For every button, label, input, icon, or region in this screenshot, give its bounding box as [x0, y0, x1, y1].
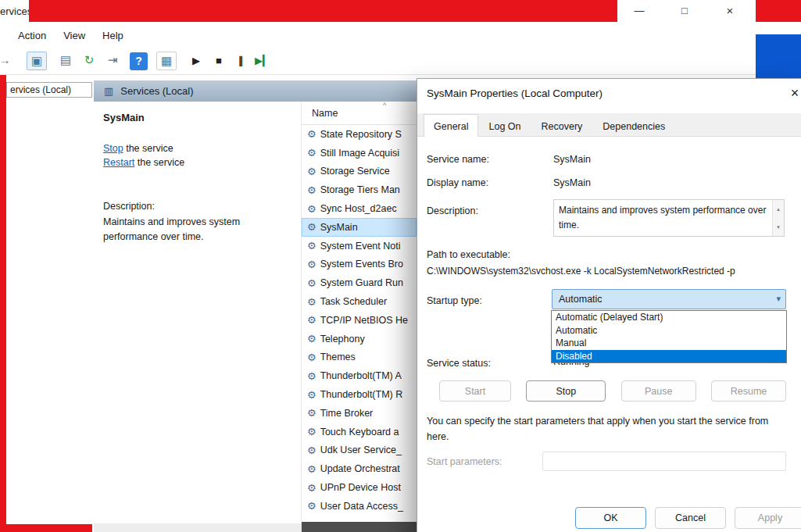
forward-arrow-icon[interactable]: →: [0, 53, 14, 66]
resume-button[interactable]: Resume: [711, 380, 786, 402]
services-list-panel: Name ^ ⚙ State Repository S ⚙ Still Imag…: [301, 102, 417, 532]
service-row[interactable]: ⚙ SysMain: [302, 218, 417, 237]
description-text: Maintains and improves system performanc…: [103, 215, 279, 245]
service-gear-icon: ⚙: [307, 203, 316, 215]
display-name-label: Display name:: [427, 177, 488, 188]
scroll-down-icon[interactable]: ▾: [773, 218, 784, 236]
start-parameters-label: Start parameters:: [427, 456, 502, 467]
horizontal-scrollbar[interactable]: [302, 522, 417, 532]
tab[interactable]: Recovery: [531, 117, 593, 136]
refresh-icon[interactable]: ↻: [80, 53, 98, 67]
service-row[interactable]: ⚙ Telephony: [302, 330, 417, 348]
service-gear-icon: ⚙: [307, 500, 316, 512]
service-status-label: Service status:: [427, 358, 491, 369]
service-row[interactable]: ⚙ Thunderbolt(TM) R: [302, 385, 417, 404]
restart-service-suffix: the service: [134, 157, 184, 168]
service-gear-icon: ⚙: [307, 296, 316, 308]
start-params-note: You can specify the start parameters tha…: [427, 413, 780, 445]
service-row[interactable]: ⚙ System Guard Run: [302, 273, 417, 292]
service-name: SysMain: [320, 222, 358, 233]
restart-service-link[interactable]: Restart: [103, 157, 134, 168]
service-gear-icon: ⚙: [307, 445, 316, 456]
service-row[interactable]: ⚙ Sync Host_d2aec: [302, 199, 417, 218]
service-gear-icon: ⚙: [307, 370, 316, 382]
cancel-button[interactable]: Cancel: [655, 507, 726, 529]
service-row[interactable]: ⚙ Still Image Acquisi: [302, 144, 417, 162]
start-parameters-input[interactable]: [542, 452, 786, 471]
dropdown-option[interactable]: Automatic (Delayed Start): [552, 311, 786, 324]
service-row[interactable]: ⚙ Thunderbolt(TM) A: [302, 366, 417, 385]
minimize-button[interactable]: —: [630, 2, 649, 20]
start-button[interactable]: Start: [439, 380, 511, 402]
menu-item[interactable]: Help: [94, 26, 132, 45]
service-row[interactable]: ⚙ Update Orchestrat: [302, 459, 417, 478]
service-row[interactable]: ⚙ TCP/IP NetBIOS He: [302, 311, 417, 330]
red-strip-left: [0, 75, 6, 532]
tab[interactable]: Log On: [478, 117, 531, 136]
service-row[interactable]: ⚙ Storage Tiers Man: [302, 180, 417, 199]
service-name: Storage Service: [320, 166, 390, 177]
description-box[interactable]: Maintains and improves system performanc…: [553, 199, 785, 237]
service-row[interactable]: ⚙ State Repository S: [302, 125, 417, 144]
service-name: TCP/IP NetBIOS He: [320, 315, 408, 326]
menu-item[interactable]: Action: [9, 26, 55, 45]
stop-service-link[interactable]: Stop: [103, 143, 123, 154]
service-name: System Event Noti: [320, 241, 401, 252]
service-row[interactable]: ⚙ System Event Noti: [302, 237, 417, 255]
service-row[interactable]: ⚙ Themes: [302, 348, 417, 367]
dropdown-option[interactable]: Disabled: [552, 350, 786, 363]
properties-icon[interactable]: ▤: [56, 53, 75, 67]
service-name: State Repository S: [320, 129, 402, 140]
console-tree-panel: ervices (Local): [6, 75, 94, 524]
close-button[interactable]: ×: [721, 2, 739, 20]
service-name: Udk User Service_: [320, 445, 402, 455]
stop-button[interactable]: Stop: [526, 380, 606, 402]
apply-button[interactable]: Apply: [735, 507, 801, 529]
extended-info-panel: SysMain Stop the service Restart the ser…: [94, 102, 301, 523]
dropdown-option[interactable]: Automatic: [552, 324, 786, 337]
service-row[interactable]: ⚙ System Events Bro: [302, 255, 417, 274]
menu-item[interactable]: View: [55, 26, 94, 45]
dialog-close-icon[interactable]: ×: [786, 84, 801, 102]
mid-header-label: Services (Local): [120, 85, 193, 97]
service-row[interactable]: ⚙ User Data Access_: [302, 497, 417, 516]
list-header[interactable]: Name ^: [302, 102, 417, 125]
maximize-button[interactable]: □: [675, 2, 694, 20]
pause-button[interactable]: Pause: [621, 380, 696, 402]
ok-button[interactable]: OK: [575, 507, 646, 529]
service-row[interactable]: ⚙ Task Scheduler: [302, 292, 417, 311]
help-icon[interactable]: ?: [130, 52, 148, 70]
extended-view-icon[interactable]: ▦: [156, 52, 177, 70]
column-header-name[interactable]: Name: [312, 108, 338, 119]
console-tree-icon[interactable]: ▣: [27, 52, 47, 70]
service-row[interactable]: ⚙ Storage Service: [302, 162, 417, 181]
toolbar: → ▣ ▤ ↻ ⇥ ? ▦ ▶ ■ ∥ ▶▎: [0, 47, 756, 75]
console-window-icon: ▥: [104, 85, 113, 97]
service-name: User Data Access_: [320, 501, 403, 512]
service-name: Task Scheduler: [320, 296, 387, 307]
service-row[interactable]: ⚙ Time Broker: [302, 404, 417, 423]
chevron-down-icon: ▾: [776, 294, 781, 304]
panel-bottom-gap: [94, 523, 301, 532]
start-service-icon[interactable]: ▶: [187, 55, 206, 66]
export-list-icon[interactable]: ⇥: [103, 53, 122, 67]
service-row[interactable]: ⚙ UPnP Device Host: [302, 478, 417, 497]
stop-service-icon[interactable]: ■: [209, 55, 228, 66]
service-gear-icon: ⚙: [307, 184, 316, 196]
service-row[interactable]: ⚙ Udk User Service_: [302, 441, 417, 460]
service-name: System Events Bro: [320, 259, 403, 270]
service-row[interactable]: ⚙ Touch Keyboard a: [302, 423, 417, 441]
service-name: Touch Keyboard a: [320, 427, 399, 437]
tab[interactable]: Dependencies: [592, 117, 675, 136]
tree-item-services-local[interactable]: ervices (Local): [6, 82, 92, 98]
tab[interactable]: General: [424, 114, 478, 137]
scroll-up-icon[interactable]: ▴: [773, 200, 784, 218]
pause-service-icon[interactable]: ∥: [231, 55, 250, 66]
dropdown-option[interactable]: Manual: [552, 337, 786, 350]
service-gear-icon: ⚙: [307, 426, 316, 437]
service-gear-icon: ⚙: [307, 463, 316, 475]
service-name: Sync Host_d2aec: [320, 203, 397, 214]
startup-type-combobox[interactable]: Automatic ▾: [552, 289, 786, 309]
service-gear-icon: ⚙: [307, 147, 316, 159]
restart-service-icon[interactable]: ▶▎: [253, 55, 272, 66]
